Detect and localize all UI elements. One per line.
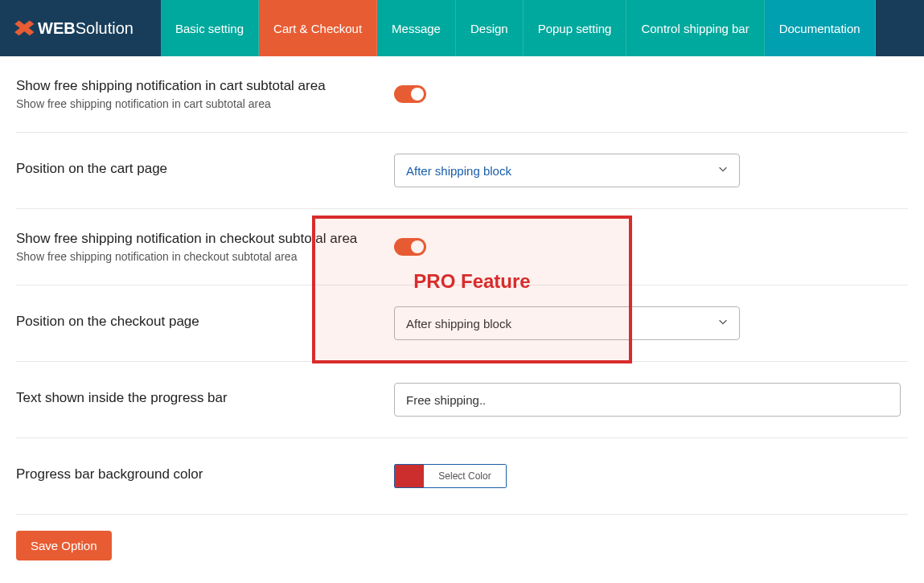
- label-checkout-notification: Show free shipping notification in check…: [16, 231, 394, 263]
- nav-documentation[interactable]: Documentation: [765, 0, 876, 56]
- desc-cart-notification: Show free shipping notification in cart …: [16, 97, 378, 110]
- label-cart-position: Position on the cart page: [16, 161, 394, 180]
- title-checkout-position: Position on the checkout page: [16, 314, 378, 330]
- select-cart-position[interactable]: [394, 154, 740, 187]
- nav: Basic setting Cart & Checkout Message De…: [161, 0, 924, 56]
- title-cart-position: Position on the cart page: [16, 161, 378, 177]
- row-checkout-notification: Show free shipping notification in check…: [16, 209, 908, 285]
- nav-control-shipping-bar[interactable]: Control shipping bar: [626, 0, 764, 56]
- label-checkout-position: Position on the checkout page: [16, 314, 394, 333]
- label-progress-bg: Progress bar background color: [16, 466, 394, 486]
- color-picker-progress-bg[interactable]: Select Color: [394, 464, 507, 488]
- select-checkout-position[interactable]: [394, 306, 740, 340]
- row-save: Save Option: [16, 515, 908, 577]
- save-button[interactable]: Save Option: [16, 531, 112, 560]
- title-checkout-notification: Show free shipping notification in check…: [16, 231, 378, 247]
- row-cart-notification: Show free shipping notification in cart …: [16, 56, 908, 133]
- logo-icon: ✖: [12, 15, 36, 42]
- color-picker-label: Select Color: [424, 465, 506, 487]
- row-checkout-position: Position on the checkout page: [16, 285, 908, 362]
- content: Show free shipping notification in cart …: [0, 56, 924, 583]
- input-progress-text[interactable]: [394, 383, 901, 417]
- row-progress-text: Text shown inside the progress bar: [16, 362, 908, 438]
- toggle-checkout-notification[interactable]: [394, 238, 426, 256]
- color-swatch: [395, 465, 424, 487]
- title-progress-bg: Progress bar background color: [16, 466, 378, 482]
- brand-solution: Solution: [76, 19, 133, 37]
- desc-checkout-notification: Show free shipping notification in check…: [16, 250, 378, 263]
- label-cart-notification: Show free shipping notification in cart …: [16, 78, 394, 110]
- nav-popup-setting[interactable]: Popup setting: [524, 0, 627, 56]
- row-cart-position: Position on the cart page: [16, 133, 908, 209]
- brand-web: WEB: [38, 19, 76, 37]
- title-cart-notification: Show free shipping notification in cart …: [16, 78, 378, 94]
- toggle-cart-notification[interactable]: [394, 85, 426, 103]
- nav-basic-setting[interactable]: Basic setting: [161, 0, 259, 56]
- row-progress-bg: Progress bar background color Select Col…: [16, 438, 908, 515]
- brand-logo: ✖ WEBSolution: [0, 0, 161, 56]
- nav-message[interactable]: Message: [377, 0, 456, 56]
- title-progress-text: Text shown inside the progress bar: [16, 390, 378, 406]
- header: ✖ WEBSolution Basic setting Cart & Check…: [0, 0, 924, 56]
- nav-cart-checkout[interactable]: Cart & Checkout: [259, 0, 377, 56]
- label-progress-text: Text shown inside the progress bar: [16, 390, 394, 409]
- nav-spacer: [876, 0, 924, 56]
- nav-design[interactable]: Design: [456, 0, 524, 56]
